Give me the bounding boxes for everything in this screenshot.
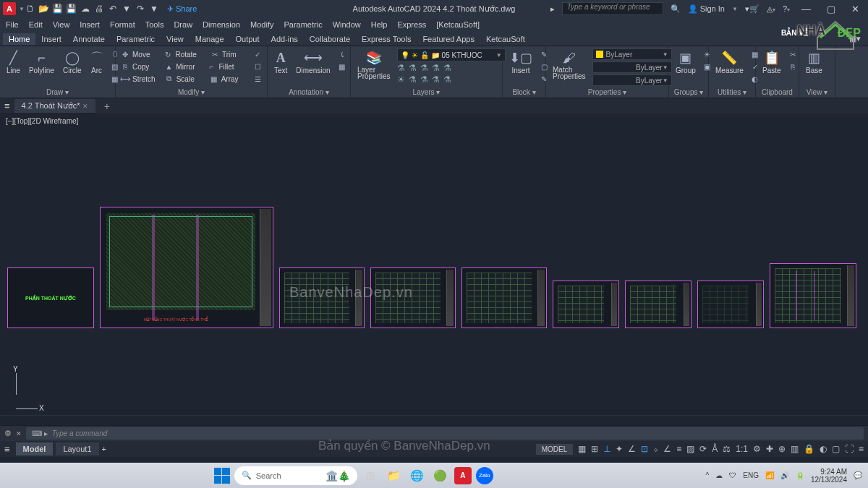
layer-dropdown[interactable]: 💡☀🔓📁05 KTHUOC▼ [397, 48, 506, 61]
mirror-icon[interactable]: ▲ [163, 63, 174, 71]
search-icon[interactable]: 🔍 [671, 4, 681, 14]
menu-modify[interactable]: Modify [250, 20, 273, 29]
array-label[interactable]: Array [221, 75, 239, 83]
menu-edit[interactable]: Edit [29, 20, 43, 29]
rotate-icon[interactable]: ↻ [163, 51, 173, 59]
tray-lang[interactable]: ENG [743, 471, 759, 479]
3dosnap-icon[interactable]: ⬦ [653, 444, 658, 454]
tray-battery-icon[interactable]: 🔋 [796, 471, 804, 479]
undo-caret[interactable]: ▼ [121, 3, 132, 14]
document-tab-active[interactable]: 4.2 Thoát Nước* ✕ [14, 99, 95, 113]
tray-volume-icon[interactable]: 🔊 [780, 471, 789, 479]
insert-button[interactable]: ⬇▢Insert [507, 48, 535, 76]
signin-button[interactable]: 👤 Sign In [688, 4, 725, 14]
line-button[interactable]: ╱Line [4, 48, 22, 76]
plot-icon[interactable]: 🖨 [93, 3, 105, 14]
layer-properties-button[interactable]: 📚Layer Properties [355, 48, 393, 85]
snap-icon[interactable]: ⊞ [591, 444, 598, 454]
add-layout-button[interactable]: + [102, 445, 106, 453]
sheet-site-plan[interactable]: MẶT BẰNG THOÁT NƯỚC TỔNG THỂ [100, 207, 273, 328]
app-menu-caret[interactable]: ▼ [19, 6, 25, 12]
workspace-icon[interactable]: ⚙ [753, 444, 761, 454]
autocad-taskbar-icon[interactable]: A [454, 467, 472, 484]
sheet-roof[interactable] [697, 281, 764, 328]
lineweight-icon[interactable]: ≡ [676, 444, 681, 454]
tab-insert[interactable]: Insert [35, 33, 67, 45]
doc-tabs-menu-icon[interactable]: ≡ [4, 100, 10, 111]
paste-button[interactable]: 📋Paste [760, 48, 783, 76]
menu-insert[interactable]: Insert [80, 20, 100, 29]
sheet-floor-5[interactable] [625, 281, 692, 328]
panel-groups-title[interactable]: Groups ▾ [673, 87, 704, 96]
menu-ketcausoft[interactable]: [KetcauSoft] [436, 20, 480, 29]
move-icon[interactable]: ✥ [120, 51, 130, 59]
menu-parametric[interactable]: Parametric [284, 20, 322, 29]
layer-tool-2[interactable]: ⚗ [409, 63, 417, 73]
sheet-axo[interactable] [770, 263, 856, 328]
copy-clip-icon[interactable]: ⎘ [788, 61, 798, 72]
otrack-icon[interactable]: ∠ [663, 444, 671, 454]
annomon-icon[interactable]: Å [712, 444, 718, 454]
scale-icon[interactable]: ⧉ [164, 74, 174, 83]
circle-button[interactable]: ◯Circle [61, 48, 84, 76]
panel-utilities-title[interactable]: Utilities ▾ [713, 87, 751, 96]
cycling-icon[interactable]: ⟳ [699, 444, 707, 454]
copy-label[interactable]: Copy [132, 63, 149, 71]
menu-file[interactable]: File [6, 20, 19, 29]
panel-annotation-title[interactable]: Annotation ▾ [272, 87, 346, 96]
panel-draw-title[interactable]: Draw ▾ [4, 87, 111, 96]
transparency-icon[interactable]: ▨ [686, 444, 694, 454]
tab-featured-apps[interactable]: Featured Apps [417, 33, 480, 45]
osnap-icon[interactable]: ⊡ [641, 444, 648, 454]
erase-icon[interactable]: ✓ [252, 51, 263, 59]
taskbar-search[interactable]: 🔍Search🏛️🎄 [234, 466, 357, 485]
tray-notifications-icon[interactable]: 💬 [854, 471, 862, 479]
hardware-accel-icon[interactable]: ▢ [832, 444, 840, 454]
units-icon[interactable]: ⊕ [778, 444, 786, 454]
new-doc-tab[interactable]: + [100, 100, 114, 112]
stretch-icon[interactable]: ⟷ [120, 75, 130, 83]
offset-icon[interactable]: ☰ [252, 75, 263, 83]
stretch-label[interactable]: Stretch [132, 75, 156, 83]
customize-status-icon[interactable]: ≡ [859, 444, 864, 454]
task-view-icon[interactable]: ⊞ [362, 466, 380, 485]
fillet-icon[interactable]: ⌐ [206, 63, 216, 71]
tray-clock[interactable]: 9:24 AM 12/13/2024 [811, 468, 847, 484]
sheet-floor-1[interactable] [279, 267, 365, 328]
explorer-icon[interactable]: 📁 [385, 466, 404, 485]
tab-manage[interactable]: Manage [190, 33, 230, 45]
menu-tools[interactable]: Tools [145, 20, 164, 29]
polar-icon[interactable]: ✦ [616, 444, 623, 454]
mirror-label[interactable]: Mirror [176, 63, 195, 71]
tab-output[interactable]: Output [230, 33, 265, 45]
annotation-monitor-icon[interactable]: ✚ [766, 444, 773, 454]
redo-caret[interactable]: ▼ [148, 3, 160, 14]
tray-security-icon[interactable]: 🛡 [729, 471, 736, 479]
close-button[interactable]: ✕ [847, 4, 864, 14]
cmd-customize-icon[interactable]: ⚙ [4, 429, 12, 438]
tray-wifi-icon[interactable]: 📶 [765, 471, 774, 479]
lock-ui-icon[interactable]: 🔒 [804, 444, 814, 454]
menu-format[interactable]: Format [110, 20, 135, 29]
sheet-floor-4[interactable] [553, 281, 619, 328]
tab-close-icon[interactable]: ✕ [82, 103, 88, 110]
leader-icon[interactable]: ⤹ [337, 48, 347, 60]
tab-ketcausoft[interactable]: KetcauSoft [480, 33, 531, 45]
menu-help[interactable]: Help [371, 20, 388, 29]
trim-label[interactable]: Trim [222, 51, 237, 59]
panel-layers-title[interactable]: Layers ▾ [355, 87, 498, 96]
tab-view[interactable]: View [161, 33, 190, 45]
viewport-label[interactable]: [−][Top][2D Wireframe] [6, 117, 78, 125]
help-search-input[interactable]: Type a keyword or phrase [562, 2, 663, 15]
tab-addins[interactable]: Add-ins [265, 33, 304, 45]
isodraft-icon[interactable]: ∠ [628, 444, 636, 454]
layer-tool-10[interactable]: ⚗ [443, 74, 451, 85]
sheet-cover[interactable]: PHẦN THOÁT NƯỚC [7, 267, 94, 328]
maximize-button[interactable]: ▢ [822, 4, 840, 14]
match-properties-button[interactable]: 🖌Match Properties [550, 48, 588, 81]
save-icon[interactable]: 💾 [52, 3, 64, 14]
undo-icon[interactable]: ↶ [107, 3, 119, 14]
chrome-icon[interactable]: 🟢 [431, 466, 450, 485]
drawing-area[interactable]: [−][Top][2D Wireframe] PHẦN THOÁT NƯỚC M… [0, 114, 868, 415]
sheet-floor-2[interactable] [370, 267, 456, 328]
